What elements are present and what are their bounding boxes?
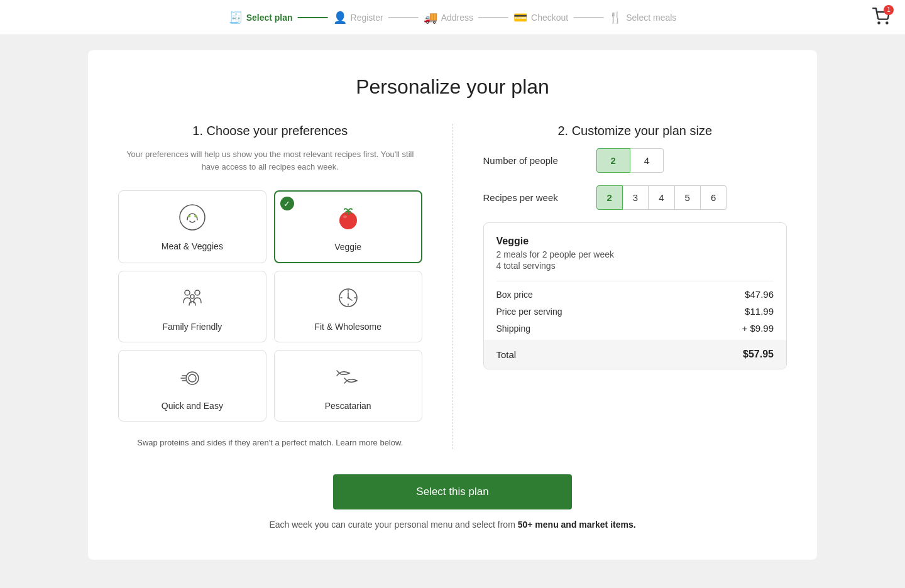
svg-point-24 [348,373,349,374]
svg-point-25 [355,380,356,381]
summary-plan-servings: 4 total servings [496,261,774,271]
step-checkout[interactable]: 💳 Checkout [513,11,568,24]
box-price-line: Box price $47.96 [496,289,774,300]
plan-card: Personalize your plan 1. Choose your pre… [88,50,817,560]
svg-point-10 [190,295,194,298]
svg-point-19 [186,372,199,384]
step-address-label: Address [441,13,473,23]
recipes-label: Recipes per week [483,192,584,203]
page-title: Personalize your plan [118,75,787,99]
price-per-serving-value: $11.99 [745,306,774,317]
step-register-label: Register [351,13,383,23]
nav-line-4 [573,17,603,18]
two-column-layout: 1. Choose your preferences Your preferen… [118,124,787,449]
summary-plan-name: Veggie [496,236,774,247]
pescatarian-icon [334,363,362,395]
pref-label-quick-easy: Quick and Easy [162,401,223,411]
svg-point-20 [189,374,196,382]
cta-section: Select this plan Each week you can curat… [118,474,787,530]
address-icon: 🚚 [424,11,437,24]
people-row: Number of people 2 4 [483,148,787,173]
recipes-option-4[interactable]: 4 [649,185,674,210]
meat-veggies-icon [178,204,206,235]
step-register[interactable]: 👤 Register [333,11,383,24]
checkout-icon: 💳 [513,11,527,24]
cart-badge: 1 [884,5,894,15]
price-per-serving-line: Price per serving $11.99 [496,306,774,317]
register-icon: 👤 [333,11,347,24]
svg-line-14 [348,298,352,300]
pref-label-veggie: Veggie [334,242,361,252]
pref-label-family-friendly: Family Friendly [162,322,222,332]
plan-size-title: 2. Customize your plan size [483,124,787,138]
recipes-row: Recipes per week 2 3 4 5 6 [483,185,787,210]
preferences-title: 1. Choose your preferences [118,124,422,138]
nav-steps: 🧾 Select plan 👤 Register 🚚 Address 💳 Che… [229,11,677,24]
box-price-label: Box price [496,290,533,300]
pref-label-meat-veggies: Meat & Veggies [162,241,223,251]
people-label: Number of people [483,155,584,166]
main-content: Personalize your plan 1. Choose your pre… [0,35,905,588]
svg-point-8 [185,290,190,295]
select-plan-button[interactable]: Select this plan [333,474,572,509]
people-option-4[interactable]: 4 [630,148,664,173]
fit-wholesome-icon [334,284,362,315]
bottom-note: Each week you can curate your personal m… [269,520,635,530]
svg-point-2 [180,205,205,230]
summary-plan-desc: 2 meals for 2 people per week [496,249,774,259]
family-friendly-icon [178,284,206,315]
shipping-line: Shipping + $9.99 [496,323,774,334]
step-select-meals-label: Select meals [626,13,676,23]
svg-point-0 [878,22,879,23]
shipping-value: + $9.99 [742,323,774,334]
pref-label-pescatarian: Pescatarian [325,401,371,411]
recipes-options: 2 3 4 5 6 [596,185,727,210]
select-meals-icon: 🍴 [608,11,622,24]
nav-line-3 [478,17,508,18]
pref-card-fit-wholesome[interactable]: Fit & Wholesome [274,271,422,342]
people-option-2[interactable]: 2 [596,148,630,173]
step-checkout-label: Checkout [531,13,568,23]
nav-line-1 [298,17,328,18]
people-options: 2 4 [596,148,664,173]
recipes-option-6[interactable]: 6 [701,185,727,210]
recipes-option-5[interactable]: 5 [675,185,701,210]
cart-button[interactable]: 1 [872,8,890,28]
svg-point-4 [194,215,197,217]
svg-point-3 [188,215,190,217]
recipes-option-3[interactable]: 3 [623,185,649,210]
preferences-section: 1. Choose your preferences Your preferen… [118,124,453,449]
total-value: $57.95 [743,349,774,360]
pref-card-quick-easy[interactable]: Quick and Easy [118,350,266,422]
step-select-plan[interactable]: 🧾 Select plan [229,11,293,24]
header: 🧾 Select plan 👤 Register 🚚 Address 💳 Che… [0,0,905,35]
select-plan-icon: 🧾 [229,11,243,24]
preferences-subtitle: Your preferences will help us show you t… [118,148,422,173]
shipping-label: Shipping [496,324,531,334]
pref-label-fit-wholesome: Fit & Wholesome [314,322,381,332]
preferences-grid: Meat & Veggies ✓ [118,190,422,422]
swap-note: Swap proteins and sides if they aren't a… [118,437,422,449]
plan-size-section: 2. Customize your plan size Number of pe… [453,124,787,449]
pref-card-veggie[interactable]: ✓ [274,190,422,263]
svg-point-9 [195,290,200,295]
veggie-check-badge: ✓ [280,197,294,210]
total-label: Total [496,349,517,360]
svg-point-6 [343,215,347,218]
price-per-serving-label: Price per serving [496,307,562,317]
total-line: Total $57.95 [484,340,787,369]
step-select-plan-label: Select plan [246,13,293,23]
box-price-value: $47.96 [745,289,774,300]
summary-divider-1 [496,281,774,281]
summary-box: Veggie 2 meals for 2 people per week 4 t… [483,222,787,369]
step-select-meals[interactable]: 🍴 Select meals [608,11,676,24]
svg-point-1 [886,22,887,23]
pref-card-family-friendly[interactable]: Family Friendly [118,271,266,342]
pref-card-pescatarian[interactable]: Pescatarian [274,350,422,422]
quick-easy-icon [178,363,206,395]
veggie-icon [334,204,362,236]
step-address[interactable]: 🚚 Address [424,11,473,24]
recipes-option-2[interactable]: 2 [596,185,623,210]
nav-line-2 [388,17,419,18]
pref-card-meat-veggies[interactable]: Meat & Veggies [118,190,266,263]
